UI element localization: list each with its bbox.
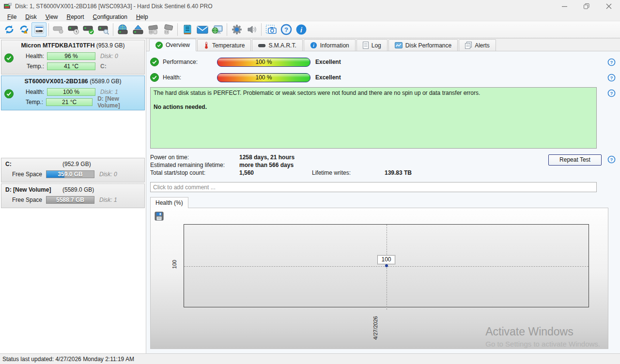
menu-help[interactable]: Help [132,13,153,21]
log-document-icon [363,42,369,49]
health-bar: 100 % [217,73,310,82]
temp-bar: 41 °C [47,62,95,70]
free-space-bar: 359.0 GB [46,170,94,178]
menu-file[interactable]: File [3,13,21,21]
tab-log[interactable]: Log [356,39,388,51]
disk-item-seagate[interactable]: ST6000VX001-2BD186 (5589.0 GB) Health: 1… [1,76,145,110]
comment-input[interactable] [150,182,597,192]
remaining-lifetime-value: more than 566 days [239,161,294,169]
tab-smart[interactable]: S.M.A.R.T. [252,39,302,51]
overview-content: Performance: 100 % Excellent ? Health: 1… [146,51,620,353]
disk-eject-icon[interactable] [130,22,145,37]
alerts-pages-icon [465,42,472,49]
volume-size: (5589.0 GB) [62,186,94,193]
disk-title: Micron MTFDKBA1T0TFH (953.9 GB) [4,42,141,49]
disk-number: Disk: 0 [100,53,118,60]
performance-bar: 100 % [217,58,310,67]
free-space-label: Free Space [4,171,46,178]
status-text: The hard disk status is PERFECT. Problem… [154,90,593,96]
toolbar: ! [0,21,620,38]
disk-unplug-icon[interactable] [145,22,160,37]
help-icon[interactable]: ? [607,58,616,66]
screenshot-camera-icon[interactable] [264,22,279,37]
volume-name: D: [New Volume] [5,186,62,193]
tab-disk-performance[interactable]: Disk Performance [388,39,458,51]
x-axis-tick-label: 4/27/2026 [372,311,378,340]
disk-search-icon[interactable] [96,22,111,37]
info-icon[interactable]: i [294,22,309,37]
smart-disk-icon [258,43,265,48]
save-chart-icon[interactable] [155,212,164,221]
disk-ok-icon [4,53,14,64]
remaining-lifetime-label: Estimated remaining lifetime: [150,161,239,169]
disk-offline-icon[interactable] [51,22,66,37]
svg-text:?: ? [610,60,613,65]
data-point-label: 100 [377,255,395,264]
menu-configuration[interactable]: Configuration [89,13,132,21]
toolbar-separator [48,23,49,36]
tab-alerts[interactable]: Alerts [459,39,496,51]
volume-letter: D: [New Volume] [97,95,141,109]
sound-icon[interactable] [244,22,259,37]
toolbar-separator [261,23,262,36]
y-axis-tick-label: 100 [171,260,177,269]
svg-text:!: ! [25,30,26,33]
tab-strip: Overview Temperature S.M.A.R.T. i Inform… [146,39,620,51]
menu-bar: File Disk View Report Configuration Help [0,13,620,21]
toolbar-separator [113,23,113,36]
start-stop-value: 1,560 [239,169,294,177]
disk-number: Disk: 1 [100,89,118,95]
tab-information[interactable]: i Information [304,39,356,51]
refresh-icon[interactable] [1,22,16,37]
tab-overview[interactable]: Overview [149,39,196,51]
status-bar: Status last updated: 4/27/2026 Monday 2:… [0,353,620,364]
app-logo-icon [4,3,12,10]
disk-item-micron[interactable]: Micron MTFDKBA1T0TFH (953.9 GB) Health: … [1,40,145,75]
performance-ok-icon [150,58,159,66]
disk-stats-section: Power on time: 1258 days, 21 hours Estim… [150,153,620,178]
disk-plug-icon[interactable] [160,22,175,37]
menu-view[interactable]: View [41,13,62,21]
health-metric-row: Health: 100 % Excellent [150,72,620,83]
status-action-text: No actions needed. [154,104,593,110]
help-icon[interactable]: ? [279,22,294,37]
health-bar: 100 % [47,88,95,96]
help-icon[interactable]: ? [607,74,616,82]
lifetime-writes-label: Lifetime writes: [312,169,385,177]
repeat-test-button[interactable]: Repeat Test [548,154,602,166]
toolbar-separator [177,23,178,36]
help-icon[interactable]: ? [607,155,616,164]
restore-button[interactable] [575,0,598,13]
app-window: Disk: 1, ST6000VX001-2BD186 [WSC093A3] -… [0,0,620,364]
disk-accept-icon[interactable] [81,22,96,37]
health-label: Health: [163,74,217,81]
refresh-warning-icon[interactable]: ! [16,22,31,37]
menu-disk[interactable]: Disk [21,13,41,21]
information-icon: i [310,42,317,49]
overview-check-icon [155,42,163,49]
health-chart-tab[interactable]: Health (%) [150,197,188,208]
menu-report[interactable]: Report [62,13,89,21]
settings-gear-icon[interactable] [229,22,244,37]
performance-rating: Excellent [315,59,341,65]
mail-icon[interactable] [195,22,210,37]
close-button[interactable] [598,0,620,13]
disk-clock-icon[interactable] [66,22,81,37]
main-panel: Overview Temperature S.M.A.R.T. i Inform… [146,38,620,353]
disk-panel-toggle-icon[interactable] [31,22,46,37]
disk-number: Disk: 0 [99,171,117,178]
help-icon[interactable]: ? [607,89,616,97]
tab-temperature[interactable]: Temperature [197,39,251,51]
health-bar: 96 % [47,52,95,60]
network-monitor-icon[interactable] [210,22,225,37]
minimize-button[interactable] [553,0,575,13]
free-space-label: Free Space [4,197,46,203]
performance-chart-icon [395,42,403,48]
report-notepad-icon[interactable] [180,22,195,37]
disk-title: ST6000VX001-2BD186 (5589.0 GB) [4,78,141,85]
disk-network-icon[interactable] [115,22,130,37]
lifetime-writes-value: 139.83 TB [385,169,412,177]
volume-name: C: [5,161,62,167]
volume-item-c[interactable]: C: (952.9 GB) Free Space 359.0 GB Disk: … [1,158,145,182]
volume-item-d[interactable]: D: [New Volume] (5589.0 GB) Free Space 5… [1,183,145,208]
